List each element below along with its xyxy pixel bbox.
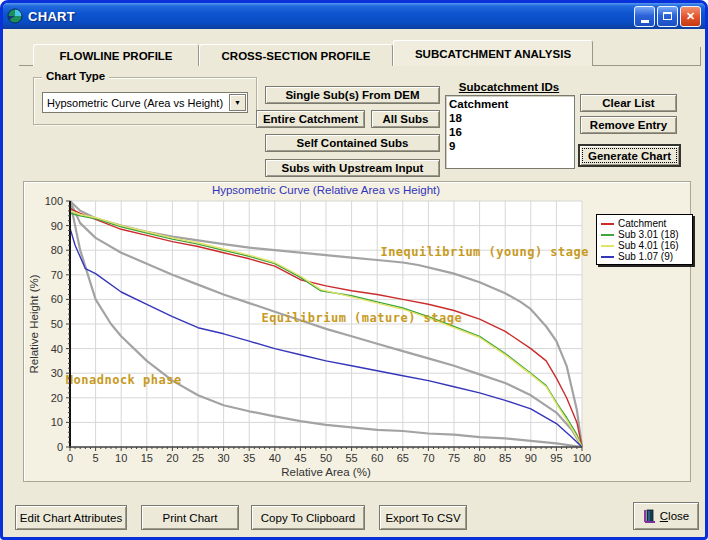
svg-text:70: 70 — [51, 269, 63, 281]
print-chart-button[interactable]: Print Chart — [141, 505, 239, 530]
close-icon: ✕ — [686, 10, 695, 23]
chart-type-dropdown[interactable]: Hypsometric Curve (Area vs Height) ▼ — [42, 92, 248, 113]
chart-type-group: Chart Type Hypsometric Curve (Area vs He… — [33, 77, 257, 125]
tab-flowline-profile[interactable]: FLOWLINE PROFILE — [33, 44, 199, 66]
list-item[interactable]: Catchment — [446, 97, 574, 111]
copy-to-clipboard-button[interactable]: Copy To Clipboard — [251, 505, 365, 530]
svg-text:100: 100 — [45, 195, 63, 207]
svg-text:30: 30 — [217, 452, 229, 464]
window-title: CHART — [28, 9, 75, 24]
svg-text:20: 20 — [51, 392, 63, 404]
legend-label: Sub 4.01 (16) — [618, 240, 679, 251]
svg-text:15: 15 — [141, 452, 153, 464]
svg-text:45: 45 — [294, 452, 306, 464]
svg-text:40: 40 — [51, 343, 63, 355]
chevron-down-icon[interactable]: ▼ — [229, 94, 246, 111]
export-to-csv-button[interactable]: Export To CSV — [379, 505, 467, 530]
chart-type-label: Chart Type — [42, 70, 109, 82]
svg-text:Relative Area (%): Relative Area (%) — [281, 466, 371, 478]
title-bar[interactable]: CHART ✕ — [3, 3, 705, 29]
subcatchment-ids-listbox[interactable]: Catchment18169 — [445, 95, 575, 169]
legend-line-sample — [601, 223, 614, 225]
edit-chart-attributes-button[interactable]: Edit Chart Attributes — [15, 505, 127, 530]
legend-label: Sub 1.07 (9) — [618, 251, 673, 262]
all-subs-button[interactable]: All Subs — [371, 110, 440, 128]
legend-line-sample — [601, 245, 614, 247]
chart-legend: CatchmentSub 3.01 (18)Sub 4.01 (16)Sub 1… — [596, 214, 693, 265]
svg-text:80: 80 — [473, 452, 485, 464]
svg-text:85: 85 — [499, 452, 511, 464]
maximize-icon — [663, 12, 672, 20]
svg-text:40: 40 — [269, 452, 281, 464]
legend-line-sample — [601, 234, 614, 236]
chart-panel: Inequilibrium (young) stageEquilibrium (… — [23, 181, 691, 482]
tab-label: CROSS-SECTION PROFILE — [222, 50, 371, 62]
svg-text:75: 75 — [448, 452, 460, 464]
svg-text:Inequilibrium (young) stage: Inequilibrium (young) stage — [380, 245, 589, 259]
single-subs-from-dem-button[interactable]: Single Sub(s) From DEM — [265, 86, 440, 104]
minimize-button[interactable] — [634, 6, 655, 27]
legend-label: Catchment — [618, 218, 666, 229]
legend-item: Sub 3.01 (18) — [601, 229, 688, 240]
chart-type-selected-value: Hypsometric Curve (Area vs Height) — [43, 97, 229, 109]
entire-catchment-button[interactable]: Entire Catchment — [256, 110, 365, 128]
exit-icon — [643, 509, 656, 524]
app-icon — [7, 8, 23, 24]
svg-text:20: 20 — [166, 452, 178, 464]
svg-text:5: 5 — [93, 452, 99, 464]
svg-text:30: 30 — [51, 367, 63, 379]
list-item[interactable]: 18 — [446, 111, 574, 125]
svg-text:100: 100 — [573, 452, 591, 464]
list-item[interactable]: 16 — [446, 125, 574, 139]
svg-text:0: 0 — [57, 441, 63, 453]
svg-text:80: 80 — [51, 244, 63, 256]
svg-text:50: 50 — [51, 318, 63, 330]
svg-text:Hypsometric Curve (Relative Ar: Hypsometric Curve (Relative Area vs Heig… — [212, 184, 440, 196]
svg-text:50: 50 — [320, 452, 332, 464]
svg-text:Equilibrium (mature) stage: Equilibrium (mature) stage — [261, 311, 462, 325]
legend-label: Sub 3.01 (18) — [618, 229, 679, 240]
subs-with-upstream-input-button[interactable]: Subs with Upstream Input — [265, 159, 440, 177]
subcatchment-ids-label: Subcatchment IDs — [443, 81, 575, 93]
tab-label: SUBCATCHMENT ANALYSIS — [415, 48, 571, 60]
svg-text:Relative Height (%): Relative Height (%) — [28, 274, 40, 373]
svg-text:10: 10 — [115, 452, 127, 464]
close-button[interactable]: Close — [633, 502, 699, 530]
svg-text:Monadnock phase: Monadnock phase — [66, 373, 182, 387]
svg-text:70: 70 — [422, 452, 434, 464]
svg-text:25: 25 — [192, 452, 204, 464]
tab-subcatchment-analysis[interactable]: SUBCATCHMENT ANALYSIS — [393, 40, 593, 66]
list-item[interactable]: 9 — [446, 139, 574, 153]
legend-line-sample — [601, 256, 614, 258]
maximize-button[interactable] — [657, 6, 678, 27]
svg-text:90: 90 — [525, 452, 537, 464]
legend-item: Sub 4.01 (16) — [601, 240, 688, 251]
hypsometric-chart: Inequilibrium (young) stageEquilibrium (… — [24, 182, 692, 483]
generate-chart-button[interactable]: Generate Chart — [578, 144, 681, 167]
tab-strip-edge — [700, 47, 701, 66]
svg-text:10: 10 — [51, 416, 63, 428]
close-button-label: Close — [660, 510, 689, 522]
svg-text:35: 35 — [243, 452, 255, 464]
svg-text:65: 65 — [397, 452, 409, 464]
legend-item: Sub 1.07 (9) — [601, 251, 688, 262]
tab-cross-section-profile[interactable]: CROSS-SECTION PROFILE — [199, 44, 393, 66]
svg-text:0: 0 — [67, 452, 73, 464]
svg-text:60: 60 — [371, 452, 383, 464]
close-window-button[interactable]: ✕ — [680, 6, 701, 27]
svg-text:55: 55 — [345, 452, 357, 464]
clear-list-button[interactable]: Clear List — [580, 94, 677, 112]
svg-text:95: 95 — [550, 452, 562, 464]
svg-text:60: 60 — [51, 293, 63, 305]
self-contained-subs-button[interactable]: Self Contained Subs — [265, 134, 440, 152]
svg-text:90: 90 — [51, 220, 63, 232]
chart-window: CHART ✕ FLOWLINE PROFILE CROSS-SECTION P… — [0, 0, 708, 540]
tab-label: FLOWLINE PROFILE — [59, 50, 172, 62]
remove-entry-button[interactable]: Remove Entry — [580, 116, 677, 134]
minimize-icon — [641, 20, 649, 23]
legend-item: Catchment — [601, 218, 688, 229]
